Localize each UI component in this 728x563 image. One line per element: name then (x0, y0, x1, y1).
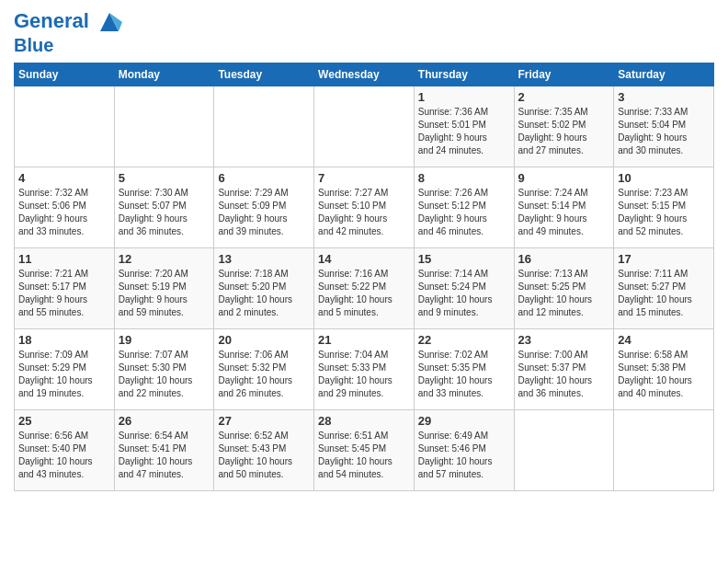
day-info: Sunrise: 7:07 AM Sunset: 5:30 PM Dayligh… (119, 349, 210, 400)
day-number: 23 (518, 333, 610, 347)
day-info: Sunrise: 7:33 AM Sunset: 5:04 PM Dayligh… (618, 106, 710, 157)
day-cell: 18Sunrise: 7:09 AM Sunset: 5:29 PM Dayli… (15, 329, 115, 410)
day-cell: 20Sunrise: 7:06 AM Sunset: 5:32 PM Dayli… (214, 329, 314, 410)
day-cell: 6Sunrise: 7:29 AM Sunset: 5:09 PM Daylig… (214, 167, 314, 248)
day-info: Sunrise: 7:35 AM Sunset: 5:02 PM Dayligh… (518, 106, 610, 157)
header-thursday: Thursday (414, 63, 514, 86)
day-number: 21 (318, 333, 410, 347)
week-row-5: 25Sunrise: 6:56 AM Sunset: 5:40 PM Dayli… (15, 410, 714, 491)
header-monday: Monday (114, 63, 214, 86)
day-cell (114, 86, 214, 167)
day-cell: 11Sunrise: 7:21 AM Sunset: 5:17 PM Dayli… (15, 248, 115, 329)
day-number: 20 (218, 333, 310, 347)
day-info: Sunrise: 6:58 AM Sunset: 5:38 PM Dayligh… (618, 349, 710, 400)
day-info: Sunrise: 7:02 AM Sunset: 5:35 PM Dayligh… (418, 349, 510, 400)
day-number: 4 (18, 171, 110, 185)
day-cell: 10Sunrise: 7:23 AM Sunset: 5:15 PM Dayli… (614, 167, 714, 248)
day-cell: 2Sunrise: 7:35 AM Sunset: 5:02 PM Daylig… (514, 86, 614, 167)
day-number: 11 (18, 252, 110, 266)
day-info: Sunrise: 7:36 AM Sunset: 5:01 PM Dayligh… (418, 106, 510, 157)
day-cell (614, 410, 714, 491)
day-info: Sunrise: 6:54 AM Sunset: 5:41 PM Dayligh… (119, 430, 210, 481)
day-info: Sunrise: 7:14 AM Sunset: 5:24 PM Dayligh… (418, 268, 510, 319)
week-row-3: 11Sunrise: 7:21 AM Sunset: 5:17 PM Dayli… (15, 248, 714, 329)
day-cell (15, 86, 115, 167)
day-number: 22 (418, 333, 510, 347)
day-cell: 21Sunrise: 7:04 AM Sunset: 5:33 PM Dayli… (314, 329, 415, 410)
day-info: Sunrise: 7:00 AM Sunset: 5:37 PM Dayligh… (518, 349, 610, 400)
day-info: Sunrise: 7:16 AM Sunset: 5:22 PM Dayligh… (318, 268, 410, 319)
day-number: 19 (119, 333, 210, 347)
day-cell: 12Sunrise: 7:20 AM Sunset: 5:19 PM Dayli… (114, 248, 214, 329)
day-info: Sunrise: 7:20 AM Sunset: 5:19 PM Dayligh… (119, 268, 210, 319)
calendar-table: SundayMondayTuesdayWednesdayThursdayFrid… (14, 63, 714, 491)
day-info: Sunrise: 7:32 AM Sunset: 5:06 PM Dayligh… (18, 187, 110, 238)
day-cell: 24Sunrise: 6:58 AM Sunset: 5:38 PM Dayli… (614, 329, 714, 410)
day-cell (314, 86, 415, 167)
day-cell: 17Sunrise: 7:11 AM Sunset: 5:27 PM Dayli… (614, 248, 714, 329)
day-info: Sunrise: 7:18 AM Sunset: 5:20 PM Dayligh… (218, 268, 310, 319)
day-cell: 16Sunrise: 7:13 AM Sunset: 5:25 PM Dayli… (514, 248, 614, 329)
day-cell: 23Sunrise: 7:00 AM Sunset: 5:37 PM Dayli… (514, 329, 614, 410)
day-cell: 15Sunrise: 7:14 AM Sunset: 5:24 PM Dayli… (414, 248, 514, 329)
day-number: 5 (119, 171, 210, 185)
day-number: 17 (618, 252, 710, 266)
day-cell: 8Sunrise: 7:26 AM Sunset: 5:12 PM Daylig… (414, 167, 514, 248)
header-sunday: Sunday (15, 63, 115, 86)
logo-general: General (14, 9, 89, 32)
day-number: 9 (518, 171, 610, 185)
day-number: 6 (218, 171, 310, 185)
day-cell: 4Sunrise: 7:32 AM Sunset: 5:06 PM Daylig… (15, 167, 115, 248)
day-cell: 5Sunrise: 7:30 AM Sunset: 5:07 PM Daylig… (114, 167, 214, 248)
day-number: 8 (418, 171, 510, 185)
day-cell: 3Sunrise: 7:33 AM Sunset: 5:04 PM Daylig… (614, 86, 714, 167)
day-info: Sunrise: 7:09 AM Sunset: 5:29 PM Dayligh… (18, 349, 110, 400)
day-number: 10 (618, 171, 710, 185)
day-number: 25 (18, 414, 110, 428)
day-cell: 19Sunrise: 7:07 AM Sunset: 5:30 PM Dayli… (114, 329, 214, 410)
day-info: Sunrise: 6:52 AM Sunset: 5:43 PM Dayligh… (218, 430, 310, 481)
header-tuesday: Tuesday (214, 63, 314, 86)
day-cell: 13Sunrise: 7:18 AM Sunset: 5:20 PM Dayli… (214, 248, 314, 329)
header-wednesday: Wednesday (314, 63, 415, 86)
day-number: 15 (418, 252, 510, 266)
day-number: 26 (119, 414, 210, 428)
day-cell: 28Sunrise: 6:51 AM Sunset: 5:45 PM Dayli… (314, 410, 415, 491)
day-cell: 27Sunrise: 6:52 AM Sunset: 5:43 PM Dayli… (214, 410, 314, 491)
day-cell: 29Sunrise: 6:49 AM Sunset: 5:46 PM Dayli… (414, 410, 514, 491)
day-cell: 7Sunrise: 7:27 AM Sunset: 5:10 PM Daylig… (314, 167, 415, 248)
day-info: Sunrise: 6:49 AM Sunset: 5:46 PM Dayligh… (418, 430, 510, 481)
logo-blue: Blue (14, 35, 122, 55)
day-info: Sunrise: 6:56 AM Sunset: 5:40 PM Dayligh… (18, 430, 110, 481)
logo: General Blue (14, 9, 122, 55)
day-info: Sunrise: 7:29 AM Sunset: 5:09 PM Dayligh… (218, 187, 310, 238)
day-cell (214, 86, 314, 167)
day-number: 7 (318, 171, 410, 185)
day-number: 14 (318, 252, 410, 266)
week-row-4: 18Sunrise: 7:09 AM Sunset: 5:29 PM Dayli… (15, 329, 714, 410)
day-info: Sunrise: 7:26 AM Sunset: 5:12 PM Dayligh… (418, 187, 510, 238)
day-cell: 9Sunrise: 7:24 AM Sunset: 5:14 PM Daylig… (514, 167, 614, 248)
day-number: 24 (618, 333, 710, 347)
day-info: Sunrise: 7:13 AM Sunset: 5:25 PM Dayligh… (518, 268, 610, 319)
header-friday: Friday (514, 63, 614, 86)
day-info: Sunrise: 7:24 AM Sunset: 5:14 PM Dayligh… (518, 187, 610, 238)
day-info: Sunrise: 7:11 AM Sunset: 5:27 PM Dayligh… (618, 268, 710, 319)
day-cell: 22Sunrise: 7:02 AM Sunset: 5:35 PM Dayli… (414, 329, 514, 410)
day-number: 2 (518, 90, 610, 104)
day-number: 29 (418, 414, 510, 428)
day-cell: 25Sunrise: 6:56 AM Sunset: 5:40 PM Dayli… (15, 410, 115, 491)
day-number: 1 (418, 90, 510, 104)
page-header: General Blue (14, 9, 714, 55)
day-info: Sunrise: 7:27 AM Sunset: 5:10 PM Dayligh… (318, 187, 410, 238)
day-cell (514, 410, 614, 491)
day-number: 18 (18, 333, 110, 347)
day-cell: 26Sunrise: 6:54 AM Sunset: 5:41 PM Dayli… (114, 410, 214, 491)
day-cell: 14Sunrise: 7:16 AM Sunset: 5:22 PM Dayli… (314, 248, 415, 329)
day-number: 3 (618, 90, 710, 104)
day-info: Sunrise: 6:51 AM Sunset: 5:45 PM Dayligh… (318, 430, 410, 481)
day-number: 12 (119, 252, 210, 266)
day-cell: 1Sunrise: 7:36 AM Sunset: 5:01 PM Daylig… (414, 86, 514, 167)
day-info: Sunrise: 7:30 AM Sunset: 5:07 PM Dayligh… (119, 187, 210, 238)
day-number: 27 (218, 414, 310, 428)
